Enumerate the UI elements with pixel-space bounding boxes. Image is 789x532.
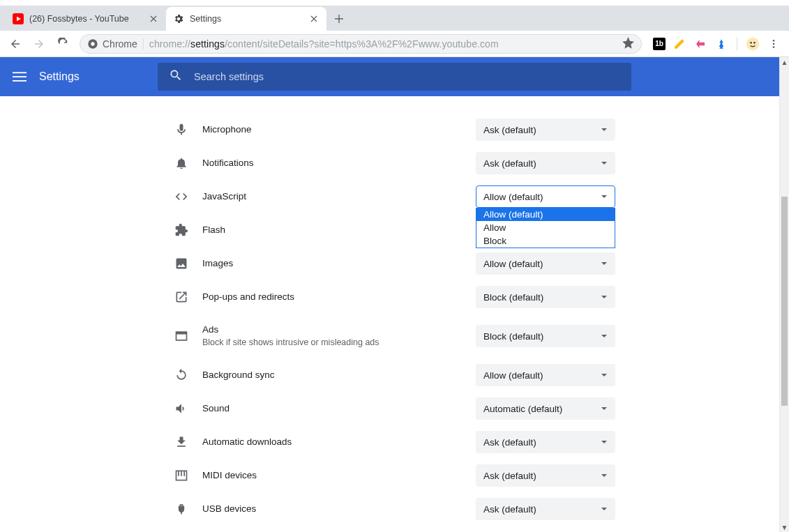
gear-icon <box>173 13 184 24</box>
back-button[interactable] <box>6 34 25 54</box>
dropdown-option[interactable]: Block <box>476 234 615 248</box>
tab-title: (26) Fossbytes - YouTube <box>29 14 142 24</box>
permission-select[interactable]: Automatic (default) <box>476 397 615 420</box>
youtube-icon <box>13 13 24 24</box>
settings-search[interactable] <box>158 63 631 91</box>
chevron-down-icon <box>601 259 608 269</box>
permission-select[interactable]: Ask (default) <box>476 431 615 453</box>
site-details-card: MicrophoneAsk (default)NotificationsAsk … <box>158 96 632 532</box>
permission-row: Pop-ups and redirectsBlock (default) <box>158 280 632 314</box>
extension-icon[interactable] <box>693 37 707 51</box>
url-text: chrome://settings/content/siteDetails?si… <box>149 38 499 50</box>
page-title: Settings <box>39 70 80 83</box>
usb-icon <box>174 502 202 516</box>
permission-label: Sound <box>202 402 476 415</box>
permission-label: JavaScript <box>202 190 476 203</box>
svg-point-5 <box>746 37 759 50</box>
extension-icons: 1b <box>649 37 760 51</box>
permission-label: Notifications <box>202 157 476 169</box>
chevron-down-icon <box>601 331 608 342</box>
permission-select[interactable]: Allow (default) <box>476 364 615 386</box>
dropdown-option[interactable]: Allow (default) <box>476 208 615 221</box>
svg-rect-12 <box>13 76 27 77</box>
svg-point-6 <box>750 42 752 44</box>
browser-toolbar: Chrome chrome://settings/content/siteDet… <box>0 31 789 57</box>
chevron-down-icon <box>601 471 608 481</box>
permission-select[interactable]: Block (default) <box>476 325 615 347</box>
permission-label: USB devices <box>202 503 476 515</box>
permission-select[interactable]: Allow (default) <box>476 185 615 208</box>
svg-point-7 <box>753 42 756 44</box>
address-bar[interactable]: Chrome chrome://settings/content/siteDet… <box>80 34 642 54</box>
svg-point-10 <box>773 46 775 48</box>
chevron-down-icon <box>601 192 608 202</box>
javascript-options-popup[interactable]: Allow (default)AllowBlock <box>476 208 615 248</box>
settings-header: Settings <box>0 57 789 96</box>
chevron-down-icon <box>601 370 608 381</box>
svg-rect-11 <box>13 72 27 73</box>
search-input[interactable] <box>194 71 620 82</box>
permission-select[interactable]: Block (default) <box>476 286 615 308</box>
image-icon <box>174 257 202 271</box>
mic-icon <box>174 123 202 137</box>
tab-title: Settings <box>190 14 303 24</box>
midi-icon <box>174 469 202 482</box>
chevron-down-icon <box>601 292 608 303</box>
menu-icon[interactable] <box>11 68 28 85</box>
permission-select[interactable]: Ask (default) <box>476 464 615 487</box>
svg-point-4 <box>91 42 94 45</box>
dropdown-option[interactable]: Allow <box>476 221 615 234</box>
permission-label: Background sync <box>202 369 476 381</box>
svg-point-9 <box>773 43 775 45</box>
permission-select[interactable]: Ask (default) <box>476 119 615 141</box>
extension-icon[interactable] <box>672 37 686 51</box>
permission-select[interactable]: Ask (default) <box>476 498 615 520</box>
tab-close-button[interactable] <box>308 13 320 24</box>
tab-strip: (26) Fossbytes - YouTube Settings <box>0 6 789 31</box>
permission-row: Automatic downloadsAsk (default) <box>158 425 632 459</box>
profile-avatar[interactable] <box>746 37 760 51</box>
bookmark-star-icon[interactable] <box>622 37 634 51</box>
separator <box>737 37 737 51</box>
permission-label: Automatic downloads <box>202 436 476 448</box>
site-info-chip[interactable]: Chrome <box>87 38 137 50</box>
permission-select[interactable]: Ask (default) <box>476 152 615 174</box>
permission-label: AdsBlock if site shows intrusive or misl… <box>202 324 476 348</box>
sync-icon <box>174 368 202 382</box>
permission-row: SoundAutomatic (default) <box>158 392 632 425</box>
popup-icon <box>174 290 202 304</box>
new-tab-button[interactable] <box>329 9 349 29</box>
permission-row: MIDI devicesAsk (default) <box>158 459 632 492</box>
chevron-down-icon <box>601 404 608 414</box>
permission-label: Pop-ups and redirects <box>202 291 476 303</box>
extension-icon[interactable] <box>714 37 728 51</box>
permission-select[interactable]: Allow (default) <box>476 252 615 275</box>
permission-row: AdsBlock if site shows intrusive or misl… <box>158 314 632 358</box>
permission-label: Microphone <box>202 123 476 136</box>
browser-menu-button[interactable] <box>764 34 783 54</box>
scroll-thumb[interactable] <box>781 197 788 406</box>
chevron-down-icon <box>601 504 608 515</box>
page-scrollbar[interactable]: ▲ ▼ <box>779 57 789 532</box>
scroll-down-arrow[interactable]: ▼ <box>780 522 789 532</box>
reload-button[interactable] <box>53 34 73 54</box>
browser-tab[interactable]: (26) Fossbytes - YouTube <box>6 7 166 31</box>
download-icon <box>174 435 202 449</box>
tab-close-button[interactable] <box>148 13 159 24</box>
browser-tab[interactable]: Settings <box>166 7 326 31</box>
chevron-down-icon <box>601 125 608 135</box>
chevron-down-icon <box>601 437 608 448</box>
chevron-down-icon <box>601 158 608 169</box>
permission-row: USB devicesAsk (default) <box>158 492 632 526</box>
permission-row: ImagesAllow (default) <box>158 247 632 280</box>
scroll-up-arrow[interactable]: ▲ <box>780 57 789 67</box>
sound-icon <box>174 402 202 416</box>
extension-icon[interactable]: 1b <box>653 38 666 50</box>
search-icon <box>169 68 183 85</box>
permission-row: NotificationsAsk (default) <box>158 146 632 180</box>
forward-button[interactable] <box>29 34 49 54</box>
permission-row: MicrophoneAsk (default) <box>158 113 632 146</box>
code-icon <box>174 190 202 204</box>
ads-icon <box>174 329 202 343</box>
permission-label: MIDI devices <box>202 469 476 482</box>
